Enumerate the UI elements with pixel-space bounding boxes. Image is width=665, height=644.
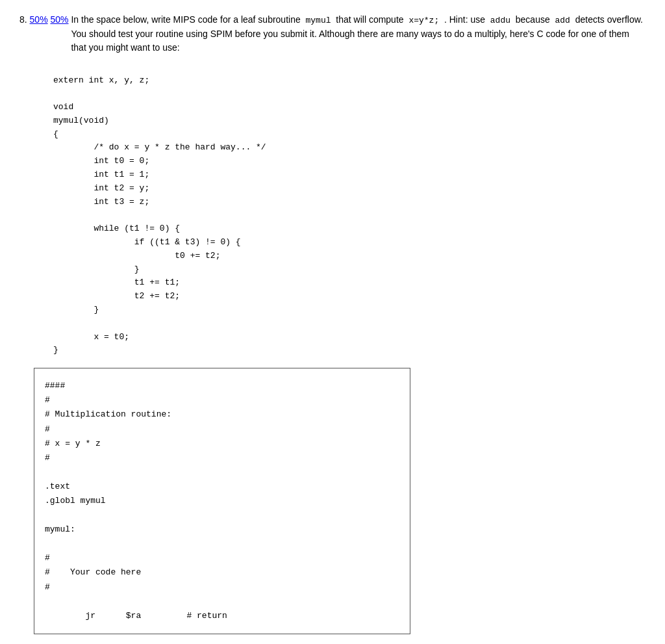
code-line: } bbox=[53, 263, 646, 277]
answer-line: # bbox=[45, 451, 399, 465]
answer-line: # Your code here bbox=[45, 565, 399, 580]
c-code-block: extern int x, y, z; voidmymul(void){ /* … bbox=[53, 74, 646, 358]
desc-part2: that will compute bbox=[336, 14, 403, 25]
points-link-1[interactable]: 50% bbox=[30, 14, 48, 25]
code-line bbox=[53, 87, 646, 101]
question-header: 8. 50% 50% In the space below, write MIP… bbox=[19, 13, 646, 55]
desc-part1: In the space below, write MIPS code for … bbox=[71, 14, 300, 25]
code-line: t1 += t1; bbox=[53, 276, 646, 290]
answer-line bbox=[45, 465, 399, 480]
code-line: } bbox=[53, 303, 646, 317]
code-line: int t2 = y; bbox=[53, 182, 646, 196]
code-line: int t1 = 1; bbox=[53, 168, 646, 182]
answer-line: .text bbox=[45, 480, 399, 494]
answer-line: # bbox=[45, 551, 399, 565]
code-line: mymul(void) bbox=[53, 114, 646, 128]
desc-part3: . Hint: use bbox=[444, 14, 485, 25]
answer-line: jr $ra # return bbox=[45, 609, 399, 623]
code-line: while (t1 != 0) { bbox=[53, 222, 646, 236]
question-container: 8. 50% 50% In the space below, write MIP… bbox=[19, 13, 646, 634]
code-line: if ((t1 & t3) != 0) { bbox=[53, 236, 646, 250]
answer-box[interactable]: ###### Multiplication routine:## x = y *… bbox=[34, 368, 410, 634]
code-line bbox=[53, 317, 646, 331]
code-line: { bbox=[53, 128, 646, 142]
question-number: 8. bbox=[19, 14, 27, 25]
answer-line: # Multiplication routine: bbox=[45, 407, 399, 422]
question-body: extern int x, y, z; voidmymul(void){ /* … bbox=[34, 69, 646, 634]
question-description: In the space below, write MIPS code for … bbox=[71, 13, 646, 55]
desc-part4: because bbox=[516, 14, 550, 25]
code-line: int t0 = 0; bbox=[53, 155, 646, 168]
add-code: add bbox=[555, 16, 570, 25]
code-line: /* do x = y * z the hard way... */ bbox=[53, 141, 646, 155]
subroutine-name: mymul bbox=[306, 16, 331, 25]
answer-line: mymul: bbox=[45, 522, 399, 537]
answer-line: # bbox=[45, 580, 399, 595]
answer-line: #### bbox=[45, 379, 399, 393]
answer-line: # x = y * z bbox=[45, 437, 399, 451]
answer-line bbox=[45, 508, 399, 522]
answer-line: .globl mymul bbox=[45, 494, 399, 508]
answer-line bbox=[45, 537, 399, 551]
code-line bbox=[53, 209, 646, 222]
code-line: x = t0; bbox=[53, 331, 646, 344]
code-line: t2 += t2; bbox=[53, 290, 646, 303]
code-line: } bbox=[53, 344, 646, 357]
answer-line bbox=[45, 595, 399, 609]
answer-line: # bbox=[45, 422, 399, 437]
code-line: int t3 = z; bbox=[53, 196, 646, 209]
code-line: void bbox=[53, 101, 646, 114]
hint-code: addu bbox=[490, 16, 510, 25]
formula: x=y*z; bbox=[408, 16, 439, 25]
answer-line: # bbox=[45, 393, 399, 407]
points-link-2[interactable]: 50% bbox=[51, 14, 69, 25]
code-line: extern int x, y, z; bbox=[53, 74, 646, 88]
code-line: t0 += t2; bbox=[53, 250, 646, 263]
